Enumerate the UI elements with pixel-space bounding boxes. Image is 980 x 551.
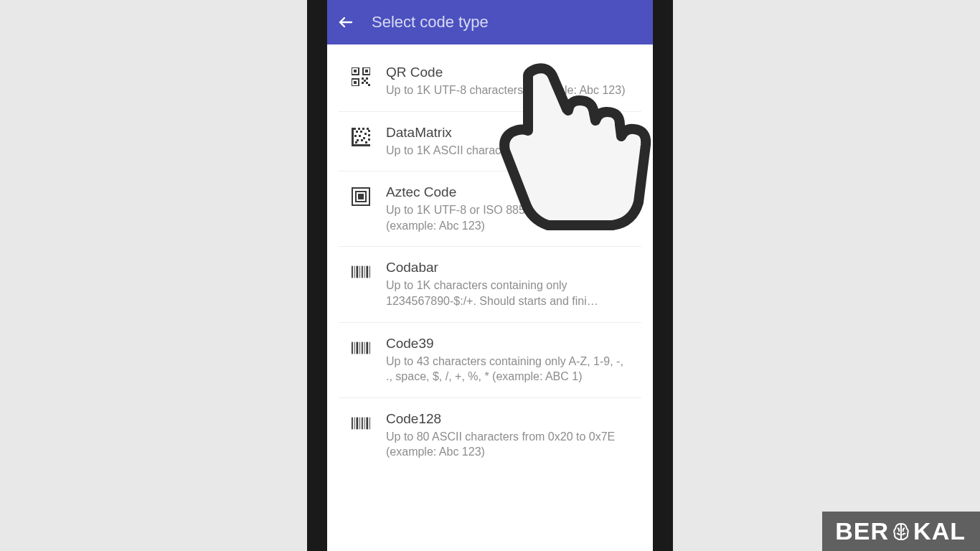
- svg-rect-44: [364, 266, 365, 278]
- svg-rect-9: [362, 82, 364, 84]
- svg-rect-7: [362, 77, 364, 80]
- svg-rect-62: [369, 417, 370, 429]
- svg-rect-60: [364, 417, 365, 429]
- svg-rect-11: [364, 80, 366, 82]
- svg-rect-54: [369, 342, 370, 354]
- svg-rect-29: [361, 139, 363, 141]
- app-bar: Select code type: [327, 0, 653, 44]
- list-item-desc: Up to 1K UTF-8 or ISO 8859−1 characters …: [386, 202, 626, 233]
- app-screen: Select code type QR Code Up to 1K UTF-8 …: [327, 0, 653, 551]
- list-item-desc: Up to 1K characters containing only 1234…: [386, 278, 626, 309]
- svg-rect-31: [355, 141, 357, 143]
- svg-rect-58: [359, 417, 360, 429]
- svg-rect-45: [366, 266, 368, 278]
- list-item-text: QR Code Up to 1K UTF-8 characters (examp…: [386, 65, 626, 98]
- svg-rect-4: [365, 70, 368, 72]
- list-item-qr-code[interactable]: QR Code Up to 1K UTF-8 characters (examp…: [339, 52, 641, 112]
- svg-rect-37: [359, 187, 362, 189]
- svg-rect-42: [359, 266, 360, 278]
- list-item-desc: Up to 80 ASCII characters from 0x20 to 0…: [386, 429, 626, 460]
- page-title: Select code type: [372, 13, 489, 32]
- svg-rect-17: [362, 128, 364, 130]
- list-item-title: Code128: [386, 411, 626, 427]
- svg-rect-39: [352, 266, 353, 278]
- list-item-datamatrix[interactable]: DataMatrix Up to 1K ASCII characters (ex…: [339, 112, 641, 172]
- svg-rect-38: [359, 204, 362, 206]
- svg-rect-23: [360, 131, 362, 133]
- list-item-code128[interactable]: Code128 Up to 80 ASCII characters from 0…: [339, 398, 641, 473]
- svg-rect-48: [354, 342, 355, 354]
- svg-rect-52: [364, 342, 365, 354]
- list-item-codabar[interactable]: Codabar Up to 1K characters containing o…: [339, 247, 641, 322]
- qr-icon: [352, 67, 370, 86]
- brain-icon: [891, 522, 911, 542]
- svg-rect-12: [368, 84, 370, 86]
- svg-rect-53: [366, 342, 368, 354]
- svg-rect-2: [354, 70, 357, 72]
- svg-rect-6: [354, 81, 357, 84]
- svg-rect-61: [366, 417, 368, 429]
- list-item-text: Code39 Up to 43 characters containing on…: [386, 336, 626, 385]
- svg-rect-36: [369, 195, 370, 198]
- svg-rect-22: [356, 131, 358, 133]
- list-item-title: QR Code: [386, 65, 626, 80]
- watermark-badge: BER KAL: [822, 512, 980, 551]
- arrow-left-icon: [337, 14, 354, 31]
- list-item-text: Codabar Up to 1K characters containing o…: [386, 260, 626, 309]
- svg-rect-51: [362, 342, 363, 354]
- barcode-icon: [352, 263, 370, 281]
- list-item-desc: Up to 1K ASCII characters (example: Abc …: [386, 143, 626, 159]
- svg-rect-47: [352, 342, 353, 354]
- watermark-text-post: KAL: [913, 517, 966, 545]
- datamatrix-icon: [352, 128, 370, 146]
- list-item-text: Aztec Code Up to 1K UTF-8 or ISO 8859−1 …: [386, 184, 626, 233]
- svg-rect-26: [359, 135, 361, 137]
- svg-rect-34: [359, 194, 363, 199]
- svg-rect-24: [364, 133, 367, 135]
- svg-rect-28: [357, 139, 359, 141]
- aztec-icon: [352, 187, 370, 206]
- svg-rect-10: [366, 82, 368, 84]
- svg-rect-43: [362, 266, 363, 278]
- list-item-title: Codabar: [386, 260, 626, 276]
- svg-rect-59: [362, 417, 363, 429]
- list-item-text: DataMatrix Up to 1K ASCII characters (ex…: [386, 125, 626, 159]
- svg-rect-46: [369, 266, 370, 278]
- svg-rect-57: [357, 417, 359, 429]
- svg-rect-15: [354, 128, 356, 130]
- svg-rect-8: [366, 77, 368, 80]
- svg-rect-27: [363, 137, 365, 139]
- list-item-title: Code39: [386, 336, 626, 352]
- svg-rect-49: [357, 342, 359, 354]
- code-type-list: QR Code Up to 1K UTF-8 characters (examp…: [327, 44, 653, 551]
- list-item-desc: Up to 1K UTF-8 characters (example: Abc …: [386, 83, 626, 98]
- list-item-title: DataMatrix: [386, 125, 626, 141]
- svg-rect-14: [352, 144, 370, 146]
- list-item-title: Aztec Code: [386, 184, 626, 200]
- watermark-text-pre: BER: [835, 517, 889, 545]
- svg-rect-50: [359, 342, 360, 354]
- svg-rect-56: [354, 417, 355, 429]
- svg-rect-21: [368, 138, 370, 141]
- svg-rect-41: [357, 266, 359, 278]
- svg-rect-13: [352, 128, 354, 146]
- svg-rect-18: [367, 128, 369, 130]
- svg-rect-35: [352, 195, 353, 198]
- svg-rect-30: [365, 141, 367, 143]
- svg-rect-40: [354, 266, 355, 278]
- phone-frame: Select code type QR Code Up to 1K UTF-8 …: [307, 0, 673, 551]
- list-item-aztec-code[interactable]: Aztec Code Up to 1K UTF-8 or ISO 8859−1 …: [339, 171, 641, 247]
- back-button[interactable]: [337, 14, 354, 31]
- barcode-icon: [352, 414, 370, 433]
- svg-rect-55: [352, 417, 353, 429]
- svg-rect-16: [358, 128, 360, 130]
- list-item-desc: Up to 43 characters containing only A-Z,…: [386, 354, 626, 385]
- list-item-code39[interactable]: Code39 Up to 43 characters containing on…: [339, 323, 641, 398]
- svg-rect-20: [368, 134, 370, 136]
- svg-rect-19: [368, 130, 370, 132]
- list-item-text: Code128 Up to 80 ASCII characters from 0…: [386, 411, 626, 460]
- barcode-icon: [352, 339, 370, 357]
- svg-rect-25: [354, 135, 357, 137]
